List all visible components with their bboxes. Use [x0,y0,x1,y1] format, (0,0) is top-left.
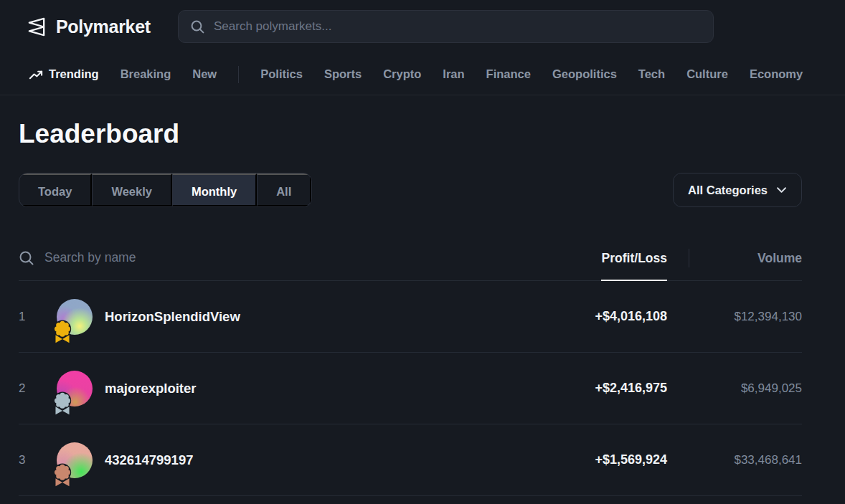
nav-item-sports[interactable]: Sports [324,67,362,81]
search-icon [19,250,34,266]
nav-item-iran[interactable]: Iran [443,67,464,81]
nav-item-economy[interactable]: Economy [750,67,803,81]
column-volume[interactable]: Volume [689,251,802,266]
bronze-medal-icon [52,462,73,488]
global-search-input[interactable] [214,19,702,34]
trader-name: majorexploiter [105,381,197,396]
trending-up-icon [29,68,43,81]
brand-name: Polymarket [56,16,151,37]
trader-name: 432614799197 [105,452,193,468]
filter-controls: Today Weekly Monthly All All Categories [19,173,802,207]
volume-value: $33,468,641 [667,453,802,467]
active-sort-underline [601,280,667,281]
time-range-tabs: Today Weekly Monthly All [19,173,312,207]
leaderboard-row[interactable]: 2 majorexploiter + [19,353,802,424]
nav-item-breaking[interactable]: Breaking [121,67,171,81]
nav-divider [238,66,239,83]
tab-monthly[interactable]: Monthly [172,173,257,206]
silver-medal-icon [52,391,73,417]
avatar [57,371,93,406]
leaderboard-page: Leaderboard Today Weekly Monthly All All… [19,95,802,496]
avatar [57,299,93,335]
all-categories-label: All Categories [688,184,768,197]
category-nav: Trending Breaking New Politics Sports Cr… [0,54,845,95]
tab-weekly[interactable]: Weekly [92,173,172,206]
tab-all[interactable]: All [257,173,311,206]
search-icon [190,19,205,34]
profit-loss-value: +$1,569,924 [524,452,667,467]
leaderboard-row[interactable]: 3 432614799197 +$1 [19,424,802,496]
top-bar: Polymarket [0,0,845,54]
nav-item-finance[interactable]: Finance [486,67,531,81]
gold-medal-icon [52,319,73,345]
leaderboard-header-row: Profit/Loss Volume [19,235,802,281]
polymarket-logo-icon [26,16,48,38]
tab-today[interactable]: Today [19,173,92,206]
nav-item-label: Trending [49,67,99,81]
nav-item-tech[interactable]: Tech [638,67,665,81]
profit-loss-value: +$4,016,108 [524,309,667,324]
polymarket-app: Polymarket Trending Breaking New Politic… [0,0,845,504]
column-profit-loss[interactable]: Profit/Loss [524,251,667,266]
global-search[interactable] [178,10,714,43]
page-title: Leaderboard [19,119,802,149]
nav-item-culture[interactable]: Culture [686,67,728,81]
avatar [57,442,93,478]
chevron-down-icon [776,186,787,194]
all-categories-dropdown[interactable]: All Categories [673,173,802,207]
nav-item-new[interactable]: New [192,67,217,81]
column-headers: Profit/Loss Volume [524,235,802,281]
leaderboard-row[interactable]: 1 HorizonSplendidView [19,281,802,353]
nav-item-trending[interactable]: Trending [29,67,99,81]
name-search-input[interactable] [44,250,346,265]
profit-loss-value: +$2,416,975 [524,381,667,396]
nav-item-politics[interactable]: Politics [260,67,303,81]
volume-value: $6,949,025 [667,381,802,396]
polymarket-logo[interactable]: Polymarket [26,0,151,54]
nav-item-geopolitics[interactable]: Geopolitics [552,67,617,81]
nav-item-crypto[interactable]: Crypto [383,67,421,81]
trader-name: HorizonSplendidView [105,309,240,325]
volume-value: $12,394,130 [667,310,802,324]
